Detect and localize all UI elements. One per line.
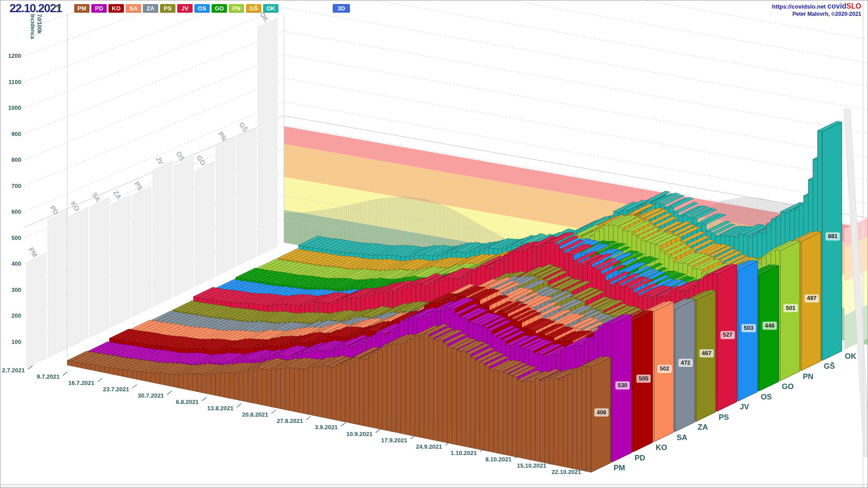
legend-button-ZA[interactable]: ZA (143, 4, 158, 13)
legend-button-PS[interactable]: PS (160, 4, 175, 13)
mode-3d-button[interactable]: 3D (333, 4, 350, 13)
legend-button-GO[interactable]: GO (212, 4, 227, 13)
site-credit-block: https://covidslo.net covidSLO Peter Malo… (772, 2, 861, 18)
site-url-link[interactable]: https://covidslo.net (772, 3, 826, 10)
legend-button-GŠ[interactable]: GŠ (246, 4, 261, 13)
current-weekday: pet (54, 3, 61, 9)
legend-button-PM[interactable]: PM (74, 4, 90, 13)
legend-button-PD[interactable]: PD (91, 4, 107, 13)
legend-button-OK[interactable]: OK (263, 4, 278, 13)
bottom-scroll-strip[interactable] (0, 484, 868, 488)
right-edge-strip (863, 0, 863, 488)
site-link-line: https://covidslo.net covidSLO (772, 2, 861, 10)
chart-3d-canvas (0, 0, 868, 488)
region-legend: PMPDKOSAZAPSJVOSGOPNGŠOK (74, 4, 278, 13)
legend-button-KO[interactable]: KO (108, 4, 124, 13)
legend-button-JV[interactable]: JV (177, 4, 193, 13)
legend-button-SA[interactable]: SA (126, 4, 141, 13)
legend-button-OS[interactable]: OS (194, 4, 210, 13)
site-logo: covidSLO (827, 2, 861, 10)
author-credit: Peter Malovrh, ©2020-2021 (772, 10, 861, 18)
covidslo-3d-chart-page: 22.10.2021 pet PMPDKOSAZAPSJVOSGOPNGŠOK … (0, 0, 868, 488)
legend-button-PN[interactable]: PN (229, 4, 244, 13)
